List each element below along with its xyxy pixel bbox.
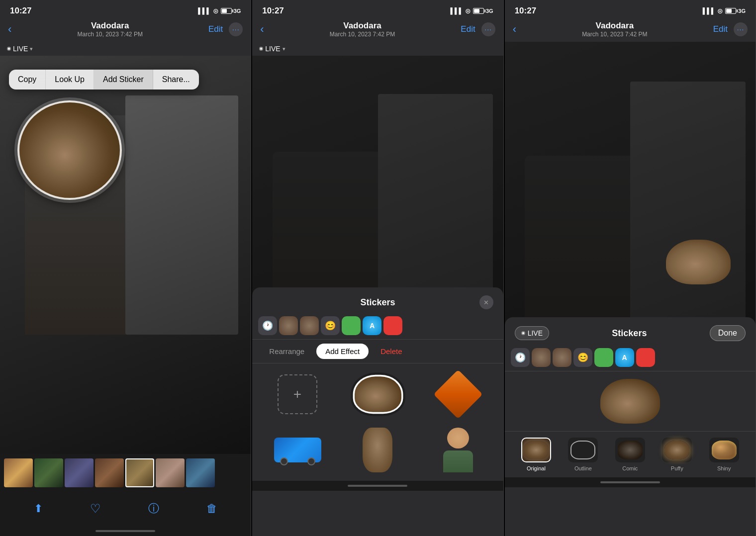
sticker-tab-cat-a-3[interactable]	[532, 348, 551, 367]
effect-label-comic: Comic	[622, 465, 638, 471]
rearrange-tab[interactable]: Rearrange	[260, 344, 313, 359]
tabby-cat-shape	[363, 428, 392, 472]
sticker-tab-green-3[interactable]	[594, 348, 613, 367]
sticker-item-car[interactable]	[260, 425, 334, 475]
sticker-item-tabby[interactable]	[341, 425, 415, 475]
effect-thumb-puffy	[662, 438, 692, 462]
sticker-tab-blue-a-3[interactable]: A	[615, 348, 634, 367]
context-lookup[interactable]: Look Up	[46, 70, 94, 89]
sticker-tabs-row-2: 🕐 😊 A	[252, 314, 503, 340]
effect-thumb-original	[521, 438, 551, 462]
share-button-1[interactable]: ⬆	[34, 502, 43, 515]
thumbnail-5-selected[interactable]	[125, 458, 154, 487]
sticker-tab-blue-a[interactable]: A	[363, 316, 381, 335]
nav-bar-1: ‹ Vadodara March 10, 2023 7:42 PM Edit ·…	[0, 19, 251, 42]
thumbnail-2[interactable]	[34, 458, 63, 487]
sticker-tab-cat-b-3[interactable]	[553, 348, 571, 367]
live-label-2: LIVE	[265, 45, 280, 53]
nav-actions-3: Edit ···	[713, 22, 748, 36]
live-badge-2[interactable]: LIVE ▾	[252, 42, 503, 56]
effect-img-comic	[618, 441, 643, 459]
thumbnail-3[interactable]	[65, 458, 94, 487]
context-share[interactable]: Share...	[153, 70, 199, 89]
sticker-tab-green[interactable]	[342, 316, 361, 335]
orange-sticker-shape	[433, 370, 482, 419]
sticker-preview-large[interactable]	[600, 379, 660, 424]
panel-2: 10:27 ▌▌▌ ⊛ 3G ‹ Vadodara March 10, 2023…	[252, 0, 503, 536]
status-icons-3: ▌▌▌ ⊛ 3G	[703, 7, 746, 15]
sticker-tab-face[interactable]: 😊	[321, 316, 340, 335]
effect-label-puffy: Puffy	[671, 465, 683, 471]
live-dot-p3	[521, 331, 525, 335]
nav-actions-2: Edit ···	[461, 22, 495, 36]
effect-shiny[interactable]: Shiny	[709, 438, 739, 471]
add-effect-tab[interactable]: Add Effect	[316, 344, 369, 359]
person-body	[443, 450, 473, 472]
wifi-icon-2: ⊛	[465, 7, 471, 15]
effect-comic[interactable]: Comic	[615, 438, 645, 471]
thumbnail-7[interactable]	[186, 458, 215, 487]
status-bar-3: 10:27 ▌▌▌ ⊛ 3G	[505, 0, 756, 19]
edit-button-3[interactable]: Edit	[713, 24, 728, 34]
sticker-tab-cat2[interactable]	[300, 316, 319, 335]
more-button-1[interactable]: ···	[229, 22, 243, 36]
nav-center-3: Vadodara March 10, 2023 7:42 PM	[582, 21, 647, 38]
effect-img-outline	[570, 441, 595, 459]
more-button-3[interactable]: ···	[734, 22, 748, 36]
status-bar-2: 10:27 ▌▌▌ ⊛ 3G	[252, 0, 503, 19]
more-button-2[interactable]: ···	[481, 22, 495, 36]
cat-sticker-selected	[17, 100, 122, 200]
context-add-sticker[interactable]: Add Sticker	[94, 70, 153, 89]
effect-thumb-shiny	[709, 438, 739, 462]
nav-title-2: Vadodara	[330, 21, 395, 31]
effect-outline[interactable]: Outline	[568, 438, 598, 471]
action-tabs-2: Rearrange Add Effect Delete	[252, 340, 503, 363]
battery-indicator-2	[473, 8, 484, 14]
sticker-tab-clock-3[interactable]: 🕐	[511, 348, 530, 367]
cat-sticker-on-photo-3	[666, 240, 731, 284]
effect-original[interactable]: Original	[521, 438, 551, 471]
effect-puffy[interactable]: Puffy	[662, 438, 692, 471]
sticker-tab-red-3[interactable]	[636, 348, 655, 367]
sticker-tab-clock[interactable]: 🕐	[258, 316, 277, 335]
effect-options-row: Original Outline Comic Puf	[505, 431, 756, 477]
network-type-3: 3G	[738, 8, 746, 14]
edit-button-1[interactable]: Edit	[208, 24, 223, 34]
sheet-close-button-2[interactable]: ✕	[479, 295, 493, 309]
live-label-p3: LIVE	[528, 329, 543, 337]
add-sticker-button[interactable]: +	[278, 374, 317, 414]
thumbnail-6[interactable]	[156, 458, 185, 487]
thumbnail-4[interactable]	[95, 458, 124, 487]
sticker-item-person[interactable]	[421, 425, 495, 475]
live-badge-1[interactable]: LIVE ▾	[0, 42, 251, 56]
live-badge-p3[interactable]: LIVE	[515, 326, 549, 340]
sticker-tab-red[interactable]	[383, 316, 402, 335]
favorite-button-1[interactable]: ♡	[90, 502, 101, 516]
sticker-item-cat-selected[interactable]	[336, 366, 419, 422]
info-button-1[interactable]: ⓘ	[148, 501, 159, 516]
ellipsis-icon-2: ···	[484, 25, 492, 33]
effect-label-original: Original	[527, 465, 546, 471]
live-label-1: LIVE	[13, 45, 28, 53]
home-indicator-3	[505, 477, 756, 487]
nav-subtitle-1: March 10, 2023 7:42 PM	[77, 31, 142, 38]
edit-button-2[interactable]: Edit	[461, 24, 475, 34]
sticker-display-area	[505, 371, 756, 431]
car-wheel-left	[280, 457, 288, 465]
back-button-3[interactable]: ‹	[513, 23, 516, 36]
done-button-3[interactable]: Done	[710, 325, 746, 341]
delete-button-1[interactable]: 🗑	[206, 502, 217, 515]
effect-thumb-outline	[568, 438, 598, 462]
sticker-tab-face-3[interactable]: 😊	[573, 348, 592, 367]
thumbnail-1[interactable]	[4, 458, 33, 487]
sticker-tab-cat1[interactable]	[279, 316, 298, 335]
delete-tab[interactable]: Delete	[372, 344, 411, 359]
home-indicator-2	[252, 481, 503, 491]
cat-sticker-img-selected	[353, 375, 403, 414]
status-time-3: 10:27	[515, 6, 536, 16]
home-bar-1	[95, 530, 155, 532]
back-button-2[interactable]: ‹	[260, 23, 264, 36]
sticker-item-orange[interactable]	[421, 369, 495, 419]
context-copy[interactable]: Copy	[9, 70, 46, 89]
back-button-1[interactable]: ‹	[8, 23, 11, 36]
